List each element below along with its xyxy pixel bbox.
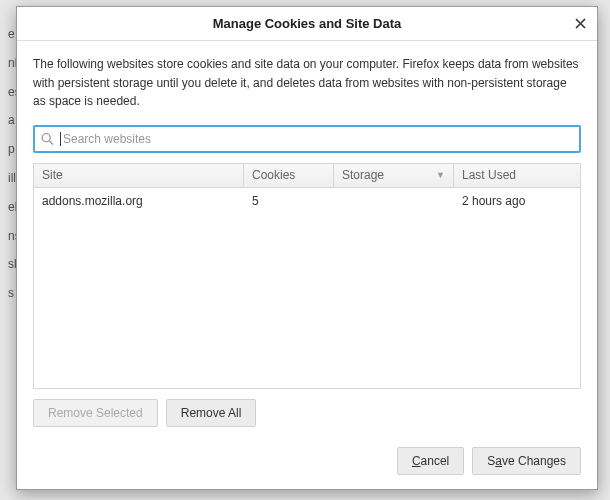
dialog-title: Manage Cookies and Site Data <box>213 16 402 31</box>
search-icon <box>41 132 54 145</box>
manage-cookies-dialog: Manage Cookies and Site Data The followi… <box>16 6 598 490</box>
dialog-content: The following websites store cookies and… <box>17 41 597 435</box>
sites-table: Site Cookies Storage ▼ Last Used addons.… <box>33 163 581 389</box>
table-header: Site Cookies Storage ▼ Last Used <box>34 164 580 188</box>
column-header-cookies[interactable]: Cookies <box>244 164 334 187</box>
row-action-buttons: Remove Selected Remove All <box>33 399 581 427</box>
dialog-footer: Cancel Save Changes <box>17 435 597 489</box>
column-header-storage[interactable]: Storage ▼ <box>334 164 454 187</box>
svg-line-1 <box>49 140 53 144</box>
dialog-titlebar: Manage Cookies and Site Data <box>17 7 597 41</box>
cell-lastused: 2 hours ago <box>454 194 580 208</box>
cell-cookies: 5 <box>244 194 334 208</box>
table-row[interactable]: addons.mozilla.org 5 2 hours ago <box>34 188 580 214</box>
cancel-button[interactable]: Cancel <box>397 447 464 475</box>
remove-selected-button[interactable]: Remove Selected <box>33 399 158 427</box>
cell-site: addons.mozilla.org <box>34 194 244 208</box>
close-icon <box>575 16 586 32</box>
close-button[interactable] <box>569 13 591 35</box>
search-field-wrap <box>33 125 581 153</box>
search-input[interactable] <box>33 125 581 153</box>
text-cursor <box>60 132 61 146</box>
sort-descending-icon: ▼ <box>436 170 445 180</box>
column-header-site[interactable]: Site <box>34 164 244 187</box>
column-header-lastused[interactable]: Last Used <box>454 164 580 187</box>
dialog-description: The following websites store cookies and… <box>33 55 581 111</box>
table-body: addons.mozilla.org 5 2 hours ago <box>34 188 580 388</box>
remove-all-button[interactable]: Remove All <box>166 399 257 427</box>
svg-point-0 <box>42 133 50 141</box>
save-changes-button[interactable]: Save Changes <box>472 447 581 475</box>
